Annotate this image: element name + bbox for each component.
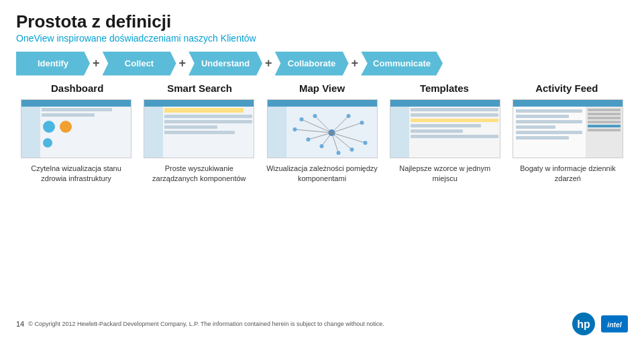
ss-content-4: [411, 108, 498, 156]
intel-logo-icon: intel: [601, 313, 628, 335]
pipeline-pill-communicate: Communicate: [361, 52, 443, 76]
hp-logo-icon: hp: [572, 312, 596, 336]
ss-sidebar-1: [21, 107, 40, 158]
pipeline-item-collaborate: Collaborate: [275, 52, 349, 76]
svg-line-3: [321, 133, 331, 146]
pipeline-item-collect: Collect: [103, 52, 176, 76]
screenshot-dashboard: [21, 99, 131, 158]
plus-1: +: [93, 56, 100, 70]
pipeline-pill-identify: Identify: [16, 52, 90, 76]
ss-header-4: [390, 100, 500, 107]
svg-text:hp: hp: [577, 319, 590, 330]
screenshot-activity: [513, 99, 623, 158]
page-number: 14: [16, 320, 24, 328]
ss-sidebar-4: [390, 107, 409, 158]
screenshot-col-templates: [385, 99, 505, 158]
descriptions-row: Czytelna wizualizacja stanu zdrowia infr…: [16, 164, 628, 184]
svg-point-13: [319, 144, 323, 148]
screenshot-col-search: [139, 99, 259, 158]
footer-left: 14 © Copyright 2012 Hewlett-Packard Deve…: [16, 320, 384, 328]
ss-header-2: [144, 100, 254, 107]
ss-header-3: [268, 100, 377, 107]
desc-activity: Bogaty w informacje dziennik zdarzeń: [508, 164, 628, 184]
svg-point-18: [350, 148, 354, 152]
desc-templates: Najlepsze wzorce w jednym miejscu: [385, 164, 505, 184]
svg-point-14: [306, 137, 310, 141]
pipeline-item-understand: Understand: [189, 52, 262, 76]
screenshot-templates: [390, 99, 500, 158]
pipeline-item-communicate: Communicate: [361, 52, 443, 76]
page-title: Prostota z definicji: [16, 12, 628, 32]
svg-point-16: [360, 121, 364, 125]
labels-row: Dashboard Smart Search Map View Template…: [16, 82, 628, 94]
desc-dashboard: Czytelna wizualizacja stanu zdrowia infr…: [16, 164, 136, 184]
ss-content-2: [164, 108, 252, 156]
screenshots-row: [16, 99, 628, 158]
pipeline-item-identify: Identify: [16, 52, 90, 76]
ss-activity-content: [515, 108, 584, 156]
ss-header-1: [21, 100, 131, 107]
ss-activity-sidebar: [586, 107, 623, 158]
svg-text:intel: intel: [607, 321, 622, 329]
svg-line-10: [294, 129, 331, 133]
footer: 14 © Copyright 2012 Hewlett-Packard Deve…: [0, 312, 644, 336]
screenshot-map: [267, 99, 378, 158]
plus-2: +: [179, 56, 186, 70]
plus-3: +: [265, 56, 272, 70]
ss-sidebar-2: [144, 107, 163, 158]
ss-map-content: [288, 109, 376, 156]
label-smart-search: Smart Search: [138, 82, 260, 94]
label-dashboard: Dashboard: [16, 82, 138, 94]
label-templates: Templates: [383, 82, 505, 94]
pipeline-row: Identify + Collect + Understand + Collab…: [16, 52, 628, 76]
svg-line-4: [308, 133, 331, 139]
screenshot-search: [144, 99, 254, 158]
svg-line-2: [315, 116, 331, 133]
screenshot-col-dashboard: [16, 99, 136, 158]
desc-map: Wizualizacja zależności pomiędzy kompone…: [262, 164, 382, 184]
svg-point-19: [336, 151, 340, 155]
pipeline-pill-understand: Understand: [189, 52, 262, 76]
svg-point-20: [292, 127, 297, 131]
svg-point-17: [363, 141, 367, 145]
page-subtitle: OneView inspirowane doświadczeniami nasz…: [16, 33, 628, 44]
plus-4: +: [352, 56, 359, 70]
svg-line-7: [331, 133, 365, 143]
label-activity-feed: Activity Feed: [506, 82, 628, 94]
svg-line-6: [331, 123, 362, 133]
footer-logos: hp intel: [572, 312, 628, 336]
page: Prostota z definicji OneView inspirowane…: [0, 0, 644, 340]
footer-copyright: © Copyright 2012 Hewlett-Packard Develop…: [28, 321, 384, 327]
svg-point-11: [299, 117, 303, 121]
svg-point-15: [346, 114, 350, 118]
screenshot-col-map: [262, 99, 382, 158]
pipeline-pill-collaborate: Collaborate: [275, 52, 349, 76]
ss-header-5: [513, 100, 623, 107]
ss-sidebar-3: [268, 107, 286, 158]
svg-point-12: [313, 114, 317, 118]
svg-line-1: [301, 119, 331, 133]
label-map-view: Map View: [261, 82, 383, 94]
desc-search: Proste wyszukiwanie zarządzanych kompone…: [139, 164, 259, 184]
screenshot-col-activity: [508, 99, 628, 158]
pipeline-pill-collect: Collect: [103, 52, 176, 76]
ss-content-1: [42, 108, 129, 156]
